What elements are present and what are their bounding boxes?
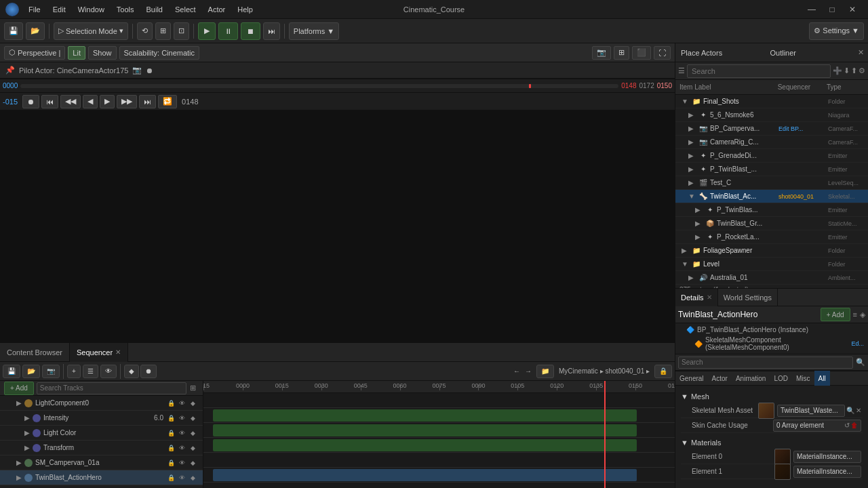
track-item[interactable]: ▶SM_Campervan_01a🔒👁◆ <box>0 455 203 470</box>
outliner-item[interactable]: ▶📦TwinBlast_Gr...StaticMe... <box>675 217 868 230</box>
track-expand-btn[interactable]: ▶ <box>24 444 30 451</box>
bp-component[interactable]: 🔷 BP_TwinBlast_ActionHero (Instance) <box>675 325 868 335</box>
transform-btn[interactable]: ⟲ <box>137 22 153 40</box>
ol-settings-btn[interactable]: ⚙ <box>859 66 865 75</box>
cat-lod[interactable]: LOD <box>770 371 792 386</box>
play-button[interactable]: ▶ <box>198 22 216 40</box>
place-actors-label[interactable]: Place Actors <box>675 49 765 57</box>
mesh-clear-btn[interactable]: ✕ <box>856 407 861 414</box>
viewport-perspective-btn[interactable]: ⬡ Perspective | <box>4 46 65 60</box>
timeline-area[interactable]: -015000000150030004500600075009001050120… <box>203 381 675 488</box>
outliner-item[interactable]: ▶📷CameraRig_C...CameraF... <box>675 136 868 149</box>
track-ctrl-btn[interactable]: 👁 <box>177 428 186 438</box>
play-back-btn[interactable]: ◀ <box>83 95 98 108</box>
outliner-item[interactable]: ▶✦P_GrenadeDi...Emitter <box>675 149 868 163</box>
track-expand-btn[interactable]: ▶ <box>16 459 22 466</box>
scalability-btn[interactable]: Scalability: Cinematic <box>119 46 200 60</box>
pause-button[interactable]: ⏸ <box>218 22 238 40</box>
platforms-button[interactable]: Platforms ▼ <box>289 22 339 40</box>
track-filter-btn[interactable]: ⊞ <box>186 384 199 392</box>
seq-path-btn[interactable]: 📁 <box>536 365 554 378</box>
details-tab[interactable]: Details ✕ <box>675 289 718 306</box>
search-tracks-input[interactable] <box>37 382 186 394</box>
ol-expand-icon[interactable]: ▶ <box>688 179 696 186</box>
settings-button[interactable]: ⚙ Settings ▼ <box>809 22 864 40</box>
track-ctrl-btn[interactable]: ◆ <box>188 399 197 408</box>
seq-browse-btn[interactable]: 📂 <box>22 365 40 378</box>
close-button[interactable]: ✕ <box>842 3 863 16</box>
ol-expand-icon[interactable]: ▼ <box>682 98 690 105</box>
viewport-maximize-btn[interactable]: ⛶ <box>654 46 671 60</box>
details-icon-1[interactable]: ≡ <box>853 310 857 319</box>
track-ctrl-btn[interactable]: ◆ <box>188 428 197 438</box>
outliner-item[interactable]: ▼📁Final_ShotsFolder <box>675 95 868 108</box>
cat-all[interactable]: All <box>814 371 830 386</box>
scrubber-track[interactable] <box>20 84 618 88</box>
details-tab-close[interactable]: ✕ <box>707 293 712 301</box>
track-ctrl-btn[interactable]: 👁 <box>177 458 186 468</box>
mesh-browse-btn[interactable]: 🔍 <box>846 407 854 414</box>
skin-cache-value[interactable]: 0 Array element ↺ 🗑 <box>773 420 861 432</box>
details-search-input[interactable] <box>678 357 853 369</box>
step-back-btn[interactable]: ◀◀ <box>60 95 81 108</box>
world-settings-tab[interactable]: World Settings <box>718 289 778 306</box>
ol-expand-icon[interactable]: ▶ <box>695 233 703 241</box>
track-item[interactable]: ▶LightComponent0🔒👁◆ <box>0 396 203 411</box>
cat-general[interactable]: General <box>675 371 708 386</box>
track-ctrl-btn[interactable]: ◆ <box>188 458 197 468</box>
element1-value[interactable]: MaterialInstance... <box>793 466 861 478</box>
outliner-search-input[interactable] <box>687 64 831 78</box>
menu-window[interactable]: Window <box>73 4 110 15</box>
sequencer-tab-close[interactable]: ✕ <box>115 348 121 356</box>
seq-view-btn[interactable]: 👁 <box>100 365 117 378</box>
ol-add-btn[interactable]: ➕ <box>833 66 842 75</box>
mesh-section-header[interactable]: ▼ Mesh <box>681 390 863 403</box>
seq-render-btn[interactable]: 📷 <box>42 365 60 378</box>
menu-actor[interactable]: Actor <box>203 4 231 15</box>
outliner-item[interactable]: ▶✦P_RocketLa...Emitter <box>675 230 868 244</box>
outliner-item[interactable]: ▶📷BP_Camperva...Edit BP...CameraF... <box>675 122 868 136</box>
goto-end-btn[interactable]: ⏭ <box>139 95 156 108</box>
track-item[interactable]: ▶Light Color🔒👁◆ <box>0 426 203 441</box>
save-button[interactable]: 💾 <box>4 22 23 40</box>
outliner-item[interactable]: ▶✦P_TwinBlast_...Emitter <box>675 163 868 176</box>
outliner-item[interactable]: ▼🦴TwinBlast_Ac...shot0040_01Skeletal... <box>675 190 868 203</box>
outliner-item[interactable]: ▶📁FoliageSpawnerFolder <box>675 244 868 258</box>
track-ctrl-btn[interactable]: ◆ <box>188 443 197 453</box>
ol-expand-icon[interactable]: ▼ <box>688 192 696 200</box>
edit-component-btn[interactable]: Ed... <box>851 340 864 347</box>
open-button[interactable]: 📂 <box>26 22 45 40</box>
step-fwd-btn[interactable]: ▶▶ <box>117 95 137 108</box>
content-browser-tab[interactable]: Content Browser <box>0 343 70 362</box>
selection-mode-button[interactable]: ▷ Selection Mode ▾ <box>54 22 128 40</box>
cat-misc[interactable]: Misc <box>792 371 814 386</box>
track-ctrl-btn[interactable]: 👁 <box>177 473 186 483</box>
outliner-tab-label[interactable]: Outliner <box>765 49 854 57</box>
seq-save-btn[interactable]: 💾 <box>3 365 20 378</box>
grid-btn[interactable]: ⊡ <box>174 22 189 40</box>
viewport-lit-btn[interactable]: Lit <box>68 46 85 60</box>
viewport-show-btn[interactable]: Show <box>88 46 117 60</box>
ol-expand-icon[interactable]: ▶ <box>688 165 696 173</box>
maximize-button[interactable]: □ <box>822 3 842 16</box>
track-expand-btn[interactable]: ▶ <box>16 399 22 407</box>
seq-auto-btn[interactable]: ⏺ <box>140 365 157 378</box>
ol-expand-icon[interactable]: ▶ <box>695 206 703 214</box>
menu-edit[interactable]: Edit <box>47 4 71 15</box>
track-item[interactable]: ▶Intensity6.0🔒👁◆ <box>0 411 203 426</box>
menu-build[interactable]: Build <box>141 4 168 15</box>
add-track-btn[interactable]: + Add <box>4 382 34 395</box>
seq-add-btn[interactable]: + <box>67 365 81 378</box>
track-ctrl-btn[interactable]: ◆ <box>188 413 197 423</box>
track-ctrl-btn[interactable]: 🔒 <box>166 458 176 468</box>
ol-expand-icon[interactable]: ▶ <box>682 247 690 254</box>
details-add-btn[interactable]: + Add <box>821 308 850 321</box>
track-expand-btn[interactable]: ▶ <box>24 414 30 422</box>
ol-export-btn[interactable]: ⬆ <box>851 66 857 75</box>
seq-nav-fwd[interactable]: → <box>525 367 532 375</box>
track-ctrl-btn[interactable]: 🔒 <box>166 413 176 423</box>
track-ctrl-btn[interactable]: 🔒 <box>166 443 176 453</box>
viewport-camera-btn[interactable]: 📷 <box>592 46 611 60</box>
details-search-icon[interactable]: 🔍 <box>856 358 865 367</box>
track-ctrl-btn[interactable]: ◆ <box>188 473 197 483</box>
